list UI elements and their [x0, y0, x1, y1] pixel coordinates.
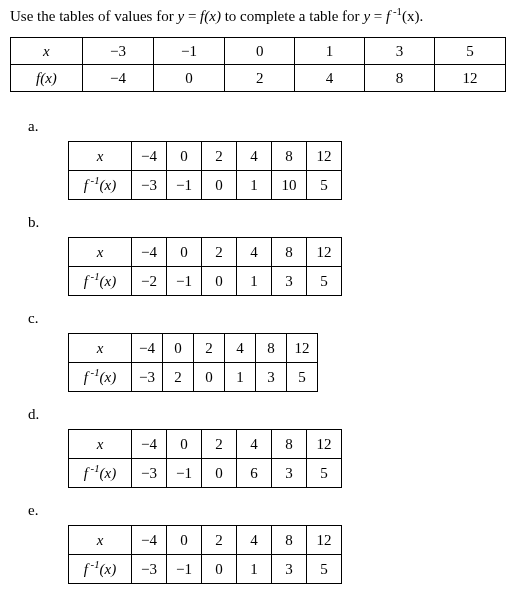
answer-option: b.x−4024812f -1(x)−2−10135 — [30, 214, 508, 296]
option-label: a. — [28, 118, 508, 135]
row-header-x: x — [69, 334, 132, 363]
row-header-finv: f -1(x) — [69, 555, 132, 584]
table-cell: 10 — [272, 171, 307, 200]
table-cell: −4 — [132, 238, 167, 267]
table-cell: 8 — [272, 142, 307, 171]
question-prompt: Use the tables of values for y = f(x) to… — [10, 8, 508, 25]
table-cell: 1 — [237, 267, 272, 296]
answer-option: c.x−4024812f -1(x)−320135 — [30, 310, 508, 392]
table-cell: 2 — [202, 526, 237, 555]
table-cell: 0 — [194, 363, 225, 392]
table-cell: −1 — [154, 38, 225, 65]
table-cell: 0 — [167, 142, 202, 171]
row-header-x: x — [11, 38, 83, 65]
table-cell: 8 — [272, 430, 307, 459]
prompt-text: Use the tables of values for — [10, 8, 177, 24]
table-cell: 5 — [434, 38, 505, 65]
table-cell: 4 — [225, 334, 256, 363]
table-row: x−4024812 — [69, 334, 318, 363]
prompt-text: to complete a table for — [225, 8, 364, 24]
table-row: f -1(x)−3−10135 — [69, 555, 342, 584]
table-cell: 5 — [307, 267, 342, 296]
table-row: f -1(x)−2−10135 — [69, 267, 342, 296]
table-cell: 5 — [287, 363, 318, 392]
answer-option: a.x−4024812f -1(x)−3−101105 — [30, 118, 508, 200]
table-cell: 4 — [295, 65, 365, 92]
table-cell: 3 — [272, 555, 307, 584]
table-cell: 1 — [295, 38, 365, 65]
table-cell: 0 — [163, 334, 194, 363]
row-header-x: x — [69, 238, 132, 267]
table-row: f -1(x)−3−10635 — [69, 459, 342, 488]
option-table: x−4024812f -1(x)−3−101105 — [68, 141, 342, 200]
table-cell: 0 — [202, 267, 237, 296]
table-cell: 12 — [307, 526, 342, 555]
table-cell: 0 — [202, 171, 237, 200]
answer-option: d.x−4024812f -1(x)−3−10635 — [30, 406, 508, 488]
table-cell: 1 — [225, 363, 256, 392]
option-table: x−4024812f -1(x)−320135 — [68, 333, 318, 392]
table-row: f(x) −4 0 2 4 8 12 — [11, 65, 506, 92]
table-cell: 2 — [194, 334, 225, 363]
table-cell: −1 — [167, 171, 202, 200]
table-cell: 4 — [237, 526, 272, 555]
row-header-fx: f(x) — [11, 65, 83, 92]
option-table: x−4024812f -1(x)−3−10635 — [68, 429, 342, 488]
table-row: x−4024812 — [69, 526, 342, 555]
table-cell: −4 — [132, 334, 163, 363]
table-cell: 3 — [272, 459, 307, 488]
table-cell: 5 — [307, 555, 342, 584]
table-cell: 12 — [287, 334, 318, 363]
table-row: x−4024812 — [69, 430, 342, 459]
table-cell: −4 — [132, 430, 167, 459]
given-table: x −3 −1 0 1 3 5 f(x) −4 0 2 4 8 12 — [10, 37, 506, 92]
table-row: f -1(x)−320135 — [69, 363, 318, 392]
table-cell: 0 — [202, 555, 237, 584]
row-header-finv: f -1(x) — [69, 363, 132, 392]
table-cell: 0 — [167, 526, 202, 555]
table-cell: −4 — [132, 142, 167, 171]
table-cell: 2 — [225, 65, 295, 92]
option-label: c. — [28, 310, 508, 327]
table-cell: 5 — [307, 459, 342, 488]
table-cell: −2 — [132, 267, 167, 296]
table-cell: 12 — [307, 430, 342, 459]
row-header-x: x — [69, 142, 132, 171]
table-cell: 1 — [237, 555, 272, 584]
table-cell: 0 — [225, 38, 295, 65]
table-cell: 2 — [202, 430, 237, 459]
table-cell: −3 — [132, 459, 167, 488]
table-cell: 3 — [256, 363, 287, 392]
option-table: x−4024812f -1(x)−2−10135 — [68, 237, 342, 296]
table-row: x−4024812 — [69, 142, 342, 171]
table-cell: 2 — [202, 142, 237, 171]
answer-option: e.x−4024812f -1(x)−3−10135 — [30, 502, 508, 584]
table-cell: 2 — [163, 363, 194, 392]
row-header-x: x — [69, 430, 132, 459]
table-cell: 0 — [167, 238, 202, 267]
row-header-x: x — [69, 526, 132, 555]
table-cell: 0 — [154, 65, 225, 92]
table-cell: 2 — [202, 238, 237, 267]
table-cell: −3 — [132, 555, 167, 584]
table-row: x−4024812 — [69, 238, 342, 267]
prompt-eq1: y = f(x) — [177, 8, 220, 24]
row-header-finv: f -1(x) — [69, 267, 132, 296]
table-cell: 5 — [307, 171, 342, 200]
prompt-eq2: y = f -1(x) — [363, 8, 419, 24]
row-header-finv: f -1(x) — [69, 459, 132, 488]
table-cell: 4 — [237, 238, 272, 267]
table-cell: −1 — [167, 459, 202, 488]
option-table: x−4024812f -1(x)−3−10135 — [68, 525, 342, 584]
table-cell: 6 — [237, 459, 272, 488]
table-cell: −1 — [167, 555, 202, 584]
table-cell: 4 — [237, 142, 272, 171]
table-row: f -1(x)−3−101105 — [69, 171, 342, 200]
table-cell: −3 — [82, 38, 153, 65]
table-cell: 12 — [307, 238, 342, 267]
row-header-finv: f -1(x) — [69, 171, 132, 200]
table-cell: 0 — [202, 459, 237, 488]
option-label: d. — [28, 406, 508, 423]
table-cell: 0 — [167, 430, 202, 459]
table-row: x −3 −1 0 1 3 5 — [11, 38, 506, 65]
